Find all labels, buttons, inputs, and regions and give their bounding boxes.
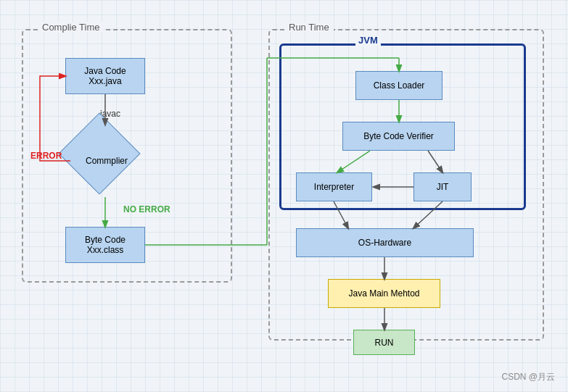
run-label: RUN <box>375 338 394 348</box>
os-hardware-box: OS-Hardware <box>296 228 474 257</box>
compiler-diamond <box>58 112 140 194</box>
byte-code-line1: Byte Code <box>85 235 125 245</box>
byte-code-line2: Xxx.class <box>87 245 124 255</box>
java-code-line2: Xxx.java <box>89 76 121 86</box>
byte-code-box: Byte Code Xxx.class <box>65 227 145 263</box>
watermark: CSDN @月云 <box>501 371 555 383</box>
class-loader-label: Class Loader <box>374 80 425 91</box>
byte-code-verifier-label: Byte Code Verifier <box>363 131 434 141</box>
jvm-label: JVM <box>355 35 381 46</box>
java-main-box: Java Main Mehtod <box>328 279 440 308</box>
interpreter-label: Interpreter <box>314 182 354 192</box>
os-hardware-label: OS-Hardware <box>358 238 411 248</box>
jit-box: JIT <box>413 172 472 201</box>
class-loader-box: Class Loader <box>355 71 443 100</box>
java-code-box: Java Code Xxx.java <box>65 58 145 94</box>
run-time-label: Run Time <box>284 22 334 33</box>
java-main-label: Java Main Mehtod <box>348 288 419 299</box>
byte-code-verifier-box: Byte Code Verifier <box>342 122 455 151</box>
diagram-container: Complie Time Run Time JVM Java Code Xxx.… <box>0 0 568 392</box>
compile-time-label: Complie Time <box>38 22 104 33</box>
error-label: ERROR <box>30 151 62 161</box>
java-code-line1: Java Code <box>84 66 125 76</box>
no-error-label: NO ERROR <box>123 204 170 214</box>
compiler-diamond-container: Commplier <box>70 125 143 197</box>
interpreter-box: Interpreter <box>296 172 372 201</box>
run-box: RUN <box>353 330 415 355</box>
jit-label: JIT <box>437 182 449 192</box>
